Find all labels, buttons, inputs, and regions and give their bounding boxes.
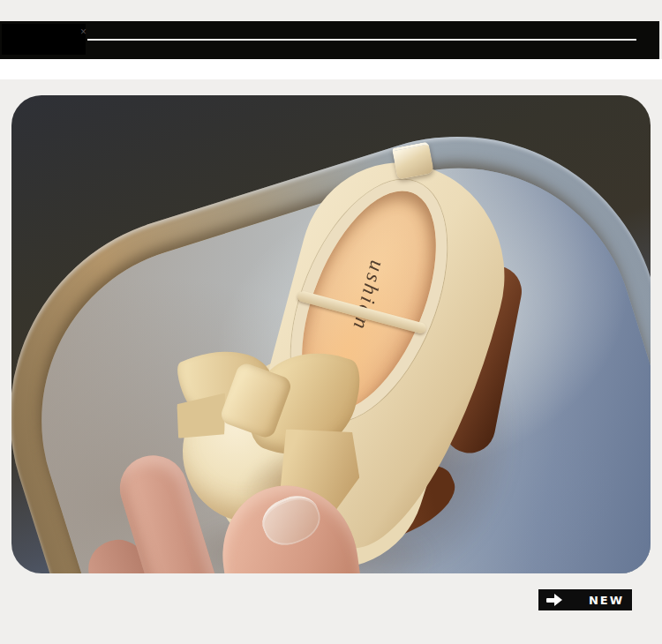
white-separator-band	[0, 59, 662, 79]
new-badge-label: NEW	[589, 594, 624, 607]
banner-divider-line	[87, 39, 636, 41]
new-badge: NEW	[538, 589, 632, 610]
product-photo[interactable]: ushion	[11, 95, 651, 573]
faint-x-watermark: ×	[80, 26, 87, 37]
arrow-right-icon	[546, 594, 562, 606]
top-banner-bar: ×	[0, 21, 659, 59]
blacked-out-logo-block	[2, 24, 86, 55]
insole-brand-text: ushion	[344, 249, 394, 344]
